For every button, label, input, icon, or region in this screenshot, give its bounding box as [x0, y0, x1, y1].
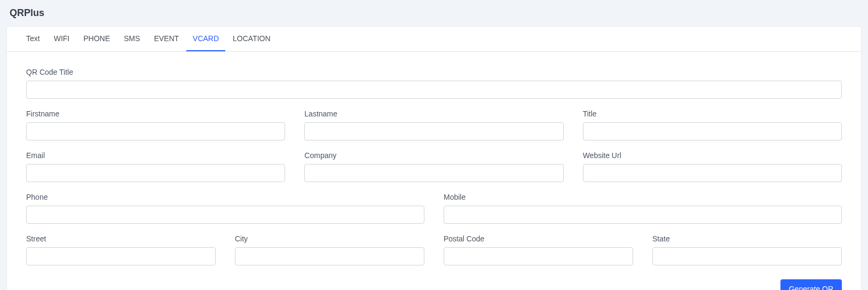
- mobile-input[interactable]: [444, 206, 842, 224]
- generate-qr-button[interactable]: Generate QR: [780, 279, 842, 290]
- tab-event[interactable]: EVENT: [147, 27, 185, 51]
- title-label: Title: [583, 109, 842, 118]
- email-input[interactable]: [26, 164, 285, 182]
- qr-code-title-input[interactable]: [26, 81, 842, 99]
- postal-code-label: Postal Code: [444, 234, 633, 243]
- tab-wifi[interactable]: WIFI: [48, 27, 76, 51]
- firstname-input[interactable]: [26, 122, 285, 140]
- mobile-label: Mobile: [444, 193, 842, 201]
- phone-label: Phone: [26, 193, 424, 201]
- phone-input[interactable]: [26, 206, 424, 224]
- tab-sms[interactable]: SMS: [117, 27, 146, 51]
- street-label: Street: [26, 234, 216, 243]
- postal-code-input[interactable]: [444, 247, 633, 265]
- tab-phone[interactable]: PHONE: [77, 27, 116, 51]
- lastname-label: Lastname: [304, 109, 563, 118]
- firstname-label: Firstname: [26, 109, 285, 118]
- tab-vcard[interactable]: VCARD: [186, 27, 225, 51]
- form-content: QR Code Title Firstname Lastname Title E…: [7, 52, 861, 290]
- email-label: Email: [26, 151, 285, 160]
- state-input[interactable]: [652, 247, 842, 265]
- state-label: State: [652, 234, 842, 243]
- city-input[interactable]: [235, 247, 424, 265]
- city-label: City: [235, 234, 424, 243]
- company-input[interactable]: [304, 164, 563, 182]
- title-input[interactable]: [583, 122, 842, 140]
- lastname-input[interactable]: [304, 122, 563, 140]
- app-title: QRPlus: [6, 5, 862, 26]
- company-label: Company: [304, 151, 563, 160]
- tab-text[interactable]: Text: [20, 27, 46, 51]
- street-input[interactable]: [26, 247, 216, 265]
- qr-form-card: Text WIFI PHONE SMS EVENT VCARD LOCATION…: [6, 26, 862, 290]
- website-input[interactable]: [583, 164, 842, 182]
- tab-location[interactable]: LOCATION: [226, 27, 277, 51]
- tabs-nav: Text WIFI PHONE SMS EVENT VCARD LOCATION: [7, 27, 861, 52]
- qr-code-title-label: QR Code Title: [26, 68, 842, 76]
- website-label: Website Url: [583, 151, 842, 160]
